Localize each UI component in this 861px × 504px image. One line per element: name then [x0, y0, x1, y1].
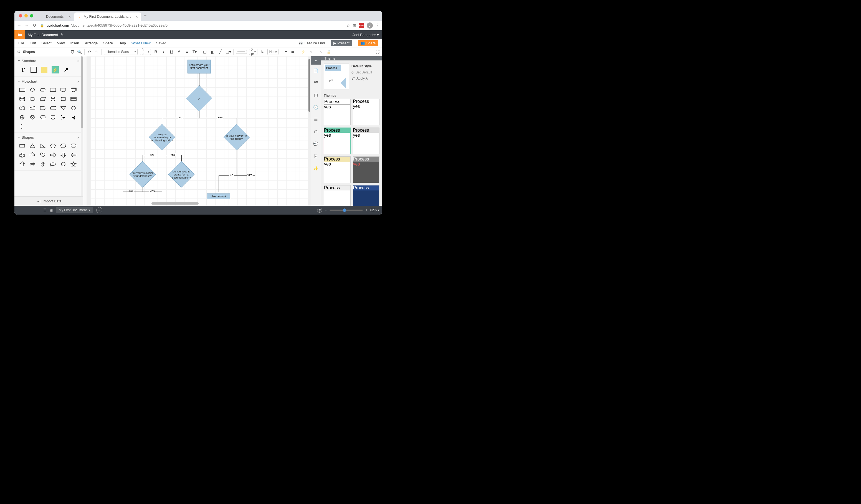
rect-shape[interactable] [29, 66, 39, 74]
edge[interactable] [219, 176, 219, 192]
hexagon-shape[interactable] [28, 95, 37, 103]
internal-shape[interactable] [69, 95, 78, 103]
menu-select[interactable]: Select [41, 41, 51, 45]
close-category-icon[interactable]: × [77, 79, 80, 84]
up-arrow-shape[interactable] [18, 160, 27, 168]
fullscreen-button[interactable]: ⛶ [375, 50, 380, 54]
directdata-shape[interactable] [59, 95, 68, 103]
line-end-select[interactable]: →▾ [281, 50, 288, 54]
forward-button[interactable]: → [24, 23, 29, 28]
collapse-icon[interactable]: ▼ [18, 60, 20, 62]
menu-insert[interactable]: Insert [70, 41, 79, 45]
text-shape[interactable]: T [18, 66, 28, 74]
menu-file[interactable]: File [18, 41, 24, 45]
paper[interactable]: Let's create your first document A NO YE… [91, 56, 310, 206]
text-options-button[interactable]: T▾ [192, 50, 197, 54]
chrome-menu-icon[interactable]: ⋮ [375, 23, 380, 28]
reload-button[interactable]: ⟳ [32, 23, 37, 28]
grid-view-icon[interactable]: ▦ [50, 208, 53, 212]
action-button[interactable]: ⚡ [300, 50, 306, 54]
theme-option[interactable]: Processyes [324, 127, 351, 154]
doc-name[interactable]: My First Document [28, 33, 58, 37]
display-shape[interactable] [38, 113, 47, 121]
close-tab-icon[interactable]: × [69, 14, 71, 19]
zoom-out-button[interactable]: − [325, 208, 327, 212]
chat-icon[interactable]: 💬 [311, 138, 321, 150]
cloud-shape[interactable] [28, 151, 37, 159]
accessibility-icon[interactable]: Ⓐ [317, 208, 322, 213]
right-arrow-shape[interactable] [49, 151, 57, 159]
edge[interactable] [199, 111, 200, 118]
octagon-shape[interactable] [69, 142, 78, 150]
process-shape[interactable] [18, 86, 27, 94]
extension-icon[interactable]: ⊞ [353, 23, 356, 28]
edge[interactable] [162, 150, 162, 155]
data-shape[interactable] [18, 95, 27, 103]
hotspot-shape[interactable]: ⚡ [50, 66, 60, 74]
profile-avatar[interactable]: J [367, 23, 373, 29]
stored-data-shape[interactable] [49, 104, 57, 112]
io-shape[interactable] [38, 95, 47, 103]
lock-button[interactable]: 🔒 [326, 50, 332, 54]
font-select[interactable]: Liberation Sans [104, 49, 138, 55]
fill-button[interactable]: ▢ [202, 50, 208, 54]
url-field[interactable]: 🔒 lucidchart.com/documents/edit/4058973f… [40, 23, 343, 27]
document-shape[interactable] [59, 86, 68, 94]
new-tab-button[interactable]: + [141, 13, 149, 19]
share-button[interactable]: 👥 Share [358, 40, 378, 46]
theme-option[interactable]: Processyes [324, 99, 351, 125]
present-button[interactable]: ▶ Present [331, 40, 352, 46]
canvas[interactable]: Let's create your first document A NO YE… [83, 56, 311, 206]
close-category-icon[interactable]: × [77, 58, 80, 63]
left-scrollbar[interactable] [81, 56, 83, 196]
callout-shape[interactable] [49, 160, 57, 168]
swap-ends-button[interactable]: ⇄ [290, 50, 296, 54]
undo-icon[interactable]: ↶ [87, 50, 92, 54]
theme-option[interactable]: Processyes [353, 156, 380, 183]
home-button[interactable] [14, 30, 25, 39]
summing-shape[interactable] [28, 113, 37, 121]
brace-left-shape[interactable]: ◂{ [69, 113, 78, 121]
image-icon[interactable]: 🖼 [70, 50, 75, 54]
line-width-select[interactable]: 2 px [249, 49, 257, 55]
manual-input-shape[interactable] [28, 104, 37, 112]
user-menu[interactable]: Joel Bangerter ▾ [353, 33, 379, 37]
theme-option[interactable]: Processyes [353, 127, 380, 154]
connector-shape[interactable] [69, 104, 78, 112]
paper-tape-shape[interactable] [18, 104, 27, 112]
circle-shape[interactable] [59, 160, 68, 168]
delay-shape[interactable] [38, 104, 47, 112]
layers-icon[interactable]: ☰ [311, 113, 321, 126]
whats-new-link[interactable]: What's New [132, 41, 151, 45]
updown-arrow-shape[interactable] [38, 160, 47, 168]
data-linking-icon[interactable]: 🗄 [311, 150, 321, 162]
pentagon-shape[interactable] [49, 142, 57, 150]
node-decision-code[interactable]: Are you documenting or architecting code… [149, 124, 175, 151]
close-window[interactable] [19, 14, 22, 17]
feature-find[interactable]: 👀 Feature Find [299, 41, 325, 45]
menu-share[interactable]: Share [103, 41, 113, 45]
minimize-window[interactable] [24, 14, 28, 17]
note-left-shape[interactable] [18, 123, 27, 130]
presentation-icon[interactable]: ▢ [311, 89, 321, 101]
add-page-button[interactable]: + [96, 207, 102, 213]
decision-shape[interactable] [28, 86, 37, 94]
current-theme-preview[interactable]: Process yes [324, 63, 349, 90]
gear-icon[interactable]: ⚙ [17, 50, 21, 54]
menu-arrange[interactable]: Arrange [85, 41, 98, 45]
adblock-icon[interactable]: ABP [359, 23, 364, 28]
italic-button[interactable]: I [161, 50, 166, 54]
browser-tab-active[interactable]: ⬫ My First Document: Lucidchart × [74, 13, 141, 21]
double-arrow-shape[interactable] [28, 160, 37, 168]
page-settings-icon[interactable]: 📄 [311, 65, 321, 77]
node-decision-docs[interactable]: Do you need to create formal documentati… [168, 161, 195, 188]
magic-icon[interactable]: ✨ [311, 162, 321, 174]
or-shape[interactable] [18, 113, 27, 121]
triangle-shape[interactable] [28, 142, 37, 150]
edge[interactable] [142, 187, 143, 192]
line-style-select[interactable] [236, 50, 247, 54]
zoom-in-button[interactable]: + [366, 208, 368, 212]
node-decision-db[interactable]: Are you visualizing your database? [129, 161, 156, 188]
node-start[interactable]: Let's create your first document [188, 60, 211, 73]
terminator-shape[interactable] [38, 86, 47, 94]
